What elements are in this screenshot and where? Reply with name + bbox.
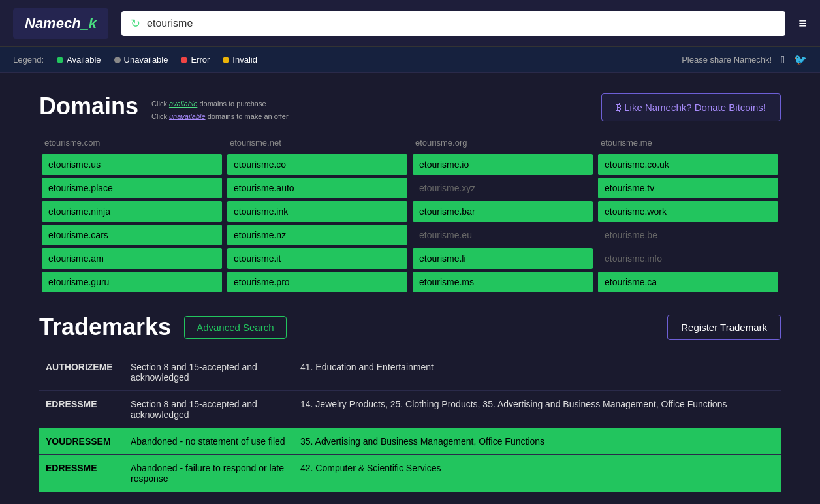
- trademark-name: EDRESSME: [39, 391, 124, 428]
- trademark-name: AUTHORIZEME: [39, 354, 124, 391]
- twitter-icon[interactable]: 🐦: [794, 54, 807, 66]
- domain-cell[interactable]: etourisme.tv: [598, 178, 778, 198]
- domains-title: Domains: [39, 93, 138, 120]
- trademark-categories: 35. Advertising and Business Management,…: [294, 428, 781, 455]
- domain-col-header-1: etourisme.net: [225, 134, 410, 153]
- legend-bar: Legend: Available Unavailable Error Inva…: [0, 47, 820, 73]
- error-label: Error: [191, 55, 210, 65]
- domain-cell[interactable]: etourisme.li: [413, 248, 593, 269]
- legend-invalid: Invalid: [223, 55, 257, 65]
- domain-cell[interactable]: etourisme.place: [42, 178, 222, 198]
- advanced-search-button[interactable]: Advanced Search: [184, 316, 286, 339]
- logo[interactable]: Namech_k: [13, 8, 108, 39]
- table-row: YOUDRESSEM Abandoned - no statement of u…: [39, 428, 781, 455]
- table-row: EDRESSME Abandoned - failure to respond …: [39, 455, 781, 492]
- share-text: Please share Namechk!: [682, 55, 772, 65]
- trademark-status: Abandoned - failure to respond or late r…: [124, 455, 294, 492]
- domain-col-header-0: etourisme.com: [39, 134, 225, 153]
- trademark-status: Section 8 and 15-accepted and acknowledg…: [124, 354, 294, 391]
- search-container: ↻: [121, 11, 785, 36]
- trademark-name: YOUDRESSEM: [39, 428, 124, 455]
- loading-spinner: ↻: [131, 16, 140, 31]
- trademark-categories: 42. Computer & Scientific Services: [294, 455, 781, 492]
- trademark-categories: 14. Jewelry Products, 25. Clothing Produ…: [294, 391, 781, 428]
- unavailable-label: Unavailable: [124, 55, 168, 65]
- legend-unavailable: Unavailable: [114, 55, 168, 65]
- unavailable-dot: [114, 57, 121, 63]
- domain-cell[interactable]: etourisme.info: [598, 248, 778, 269]
- available-label: Available: [67, 55, 101, 65]
- bitcoin-button[interactable]: ₿ Like Namechk? Donate Bitcoins!: [601, 93, 781, 121]
- domain-cell[interactable]: etourisme.nz: [227, 225, 407, 245]
- domain-column-3: etourisme.me etourisme.co.uk etourisme.t…: [595, 134, 781, 294]
- hamburger-menu[interactable]: ≡: [798, 15, 807, 32]
- domain-cell[interactable]: etourisme.am: [42, 248, 222, 269]
- domain-cell[interactable]: etourisme.io: [413, 154, 593, 175]
- domain-cell[interactable]: etourisme.bar: [413, 201, 593, 222]
- domain-column-2: etourisme.org etourisme.io etourisme.xyz…: [410, 134, 595, 294]
- legend-right: Please share Namechk!  🐦: [682, 54, 807, 66]
- domain-cell[interactable]: etourisme.us: [42, 154, 222, 175]
- domain-cell[interactable]: etourisme.eu: [413, 225, 593, 245]
- domain-column-0: etourisme.com etourisme.us etourisme.pla…: [39, 134, 225, 294]
- domain-cell[interactable]: etourisme.xyz: [413, 178, 593, 198]
- available-dot: [57, 57, 63, 63]
- legend-available: Available: [57, 55, 101, 65]
- error-dot: [181, 57, 187, 63]
- trademarks-table: AUTHORIZEME Section 8 and 15-accepted an…: [39, 354, 781, 492]
- domain-cell[interactable]: etourisme.auto: [227, 178, 407, 198]
- domain-cell[interactable]: etourisme.ink: [227, 201, 407, 222]
- trademark-name: EDRESSME: [39, 455, 124, 492]
- invalid-label: Invalid: [232, 55, 257, 65]
- domain-cell[interactable]: etourisme.co: [227, 154, 407, 175]
- trademark-status: Abandoned - no statement of use filed: [124, 428, 294, 455]
- trademarks-title: Trademarks: [39, 313, 171, 341]
- table-row: AUTHORIZEME Section 8 and 15-accepted an…: [39, 354, 781, 391]
- domain-cell[interactable]: etourisme.guru: [42, 272, 222, 292]
- legend-label: Legend:: [13, 55, 44, 65]
- domain-cell[interactable]: etourisme.ca: [598, 272, 778, 292]
- domain-cell[interactable]: etourisme.co.uk: [598, 154, 778, 175]
- domain-cell[interactable]: etourisme.it: [227, 248, 407, 269]
- domain-column-1: etourisme.net etourisme.co etourisme.aut…: [225, 134, 410, 294]
- domain-cell[interactable]: etourisme.ninja: [42, 201, 222, 222]
- trademark-categories: 41. Education and Entertainment: [294, 354, 781, 391]
- facebook-icon[interactable]: : [781, 54, 785, 66]
- trademark-status: Section 8 and 15-accepted and acknowledg…: [124, 391, 294, 428]
- legend-error: Error: [181, 55, 210, 65]
- domain-cell[interactable]: etourisme.work: [598, 201, 778, 222]
- main-content: Domains Click available domains to purch…: [0, 73, 820, 504]
- search-input[interactable]: [147, 18, 776, 29]
- table-row: EDRESSME Section 8 and 15-accepted and a…: [39, 391, 781, 428]
- domain-cell[interactable]: etourisme.pro: [227, 272, 407, 292]
- header: Namech_k ↻ ≡: [0, 0, 820, 47]
- register-trademark-button[interactable]: Register Trademark: [667, 315, 781, 340]
- domain-cell[interactable]: etourisme.cars: [42, 225, 222, 245]
- domain-cell[interactable]: etourisme.ms: [413, 272, 593, 292]
- domains-section-header: Domains Click available domains to purch…: [39, 93, 781, 122]
- domains-grid: etourisme.com etourisme.us etourisme.pla…: [39, 134, 781, 294]
- invalid-dot: [223, 57, 229, 63]
- domain-col-header-3: etourisme.me: [595, 134, 781, 153]
- domains-hint: Click available domains to purchase Clic…: [151, 98, 289, 122]
- domain-col-header-2: etourisme.org: [410, 134, 595, 153]
- domain-cell[interactable]: etourisme.be: [598, 225, 778, 245]
- trademarks-header: Trademarks Advanced Search Register Trad…: [39, 313, 781, 341]
